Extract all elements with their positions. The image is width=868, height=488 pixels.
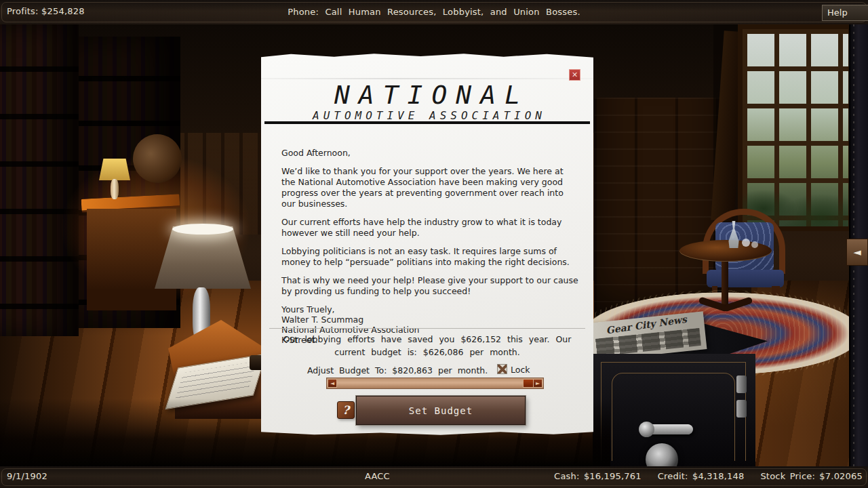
desk-lamp-base bbox=[111, 179, 119, 199]
adjust-budget-label: Adjust Budget To: $820,863 per month. bbox=[307, 365, 488, 375]
set-budget-button[interactable]: Set Budget bbox=[356, 396, 526, 425]
side-table-pedestal bbox=[722, 259, 728, 310]
letter-paragraph: That is why we need your help! Please gi… bbox=[281, 275, 578, 297]
game-date: 9/1/1902 bbox=[7, 471, 47, 481]
slider-left-arrow-icon[interactable]: ◄ bbox=[328, 379, 337, 388]
company-ticker: AACC bbox=[365, 471, 390, 481]
safe-hinge bbox=[736, 375, 747, 393]
letter-paragraph: Our current efforts have help the indust… bbox=[281, 217, 578, 239]
armchair-seat bbox=[707, 270, 784, 287]
window bbox=[738, 24, 853, 231]
panel-collapse-icon: ◄ bbox=[853, 246, 861, 258]
question-mark-icon[interactable]: ? bbox=[337, 401, 355, 419]
cash-readout: Cash: $16,195,761 bbox=[554, 471, 642, 481]
close-icon[interactable]: ✕ bbox=[569, 69, 580, 81]
section-divider bbox=[269, 328, 585, 329]
lock-checkbox-label: Lock bbox=[511, 365, 530, 375]
letterhead-line1: NATIONAL bbox=[261, 80, 593, 110]
letter-paragraph: Good Afternoon, bbox=[281, 148, 578, 159]
lobbyist-letter-dialog: ✕ NATIONAL AUTOMOTIVE ASSOCIATION Good A… bbox=[261, 53, 593, 436]
foreground-lamp-light bbox=[172, 224, 233, 235]
letterhead-rule bbox=[264, 121, 590, 124]
paper-crease bbox=[261, 78, 593, 79]
help-button[interactable]: Help bbox=[822, 5, 868, 21]
finance-readouts: Cash: $16,195,761 Credit: $4,318,148 Sto… bbox=[554, 471, 863, 481]
game-screen: Gear City News ◄ Profits: $254,828 Phone… bbox=[0, 0, 868, 488]
letterhead-line2: AUTOMOTIVE ASSOCIATION bbox=[261, 109, 593, 122]
glass bbox=[751, 241, 758, 248]
bottom-status-bar: 9/1/1902 AACC Cash: $16,195,761 Credit: … bbox=[0, 466, 868, 488]
desk-lamp-shade bbox=[99, 159, 130, 180]
slider-right-arrow-icon[interactable]: ► bbox=[533, 379, 542, 388]
slider-handle[interactable] bbox=[523, 379, 534, 388]
top-status-bar: Profits: $254,828 Phone: Call Human Reso… bbox=[0, 0, 868, 24]
panel-expand-tab[interactable]: ◄ bbox=[846, 239, 868, 266]
set-budget-label: Set Budget bbox=[409, 405, 473, 416]
letter-body: Good Afternoon, We’d like to thank you f… bbox=[281, 148, 578, 345]
side-desk-body bbox=[87, 209, 176, 310]
lobbying-summary: Our lobbying efforts have saved you $626… bbox=[281, 333, 573, 359]
lock-checkbox[interactable] bbox=[497, 364, 507, 374]
letter-paragraph: Lobbying politicians is not an easy task… bbox=[281, 246, 578, 268]
letter-paragraph: We’d like to thank you for your support … bbox=[281, 166, 578, 209]
budget-slider[interactable]: ◄ ► bbox=[326, 378, 544, 389]
signature-line: Yours Truely, bbox=[281, 304, 578, 314]
safe-handle-boss bbox=[639, 422, 654, 437]
stock-price-readout: Stock Price: $7.02065 bbox=[760, 471, 863, 481]
glass bbox=[742, 239, 750, 247]
signature-line: Walter T. Scummag bbox=[281, 314, 578, 325]
safe-hinge bbox=[736, 400, 747, 418]
credit-readout: Credit: $4,318,148 bbox=[658, 471, 745, 481]
phone-menu-label[interactable]: Phone: Call Human Resources, Lobbyist, a… bbox=[0, 7, 868, 17]
